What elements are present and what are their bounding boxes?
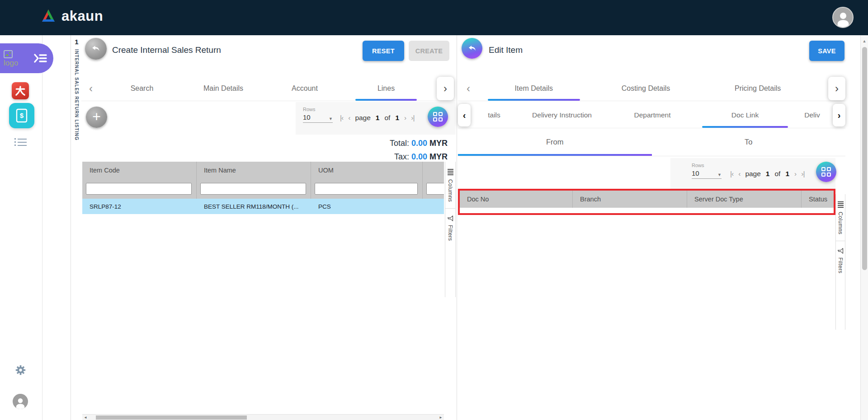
totals-summary: Total: 0.00 MYR Tax: 0.00 MYR bbox=[390, 136, 448, 163]
sidebar-user-avatar[interactable] bbox=[13, 394, 28, 409]
scroll-right-icon[interactable]: ► bbox=[439, 415, 443, 420]
col-status[interactable]: Status bbox=[802, 191, 834, 208]
rows-per-page-select[interactable]: Rows 10 ▼ bbox=[303, 107, 333, 123]
col-branch[interactable]: Branch bbox=[573, 191, 687, 208]
rows-per-page-select[interactable]: Rows 10 ▼ bbox=[692, 163, 722, 179]
col-doc-no[interactable]: Doc No bbox=[460, 191, 573, 208]
left-table-side-tools: Columns Filters bbox=[445, 162, 456, 297]
tabs-scroll-right-icon[interactable]: › bbox=[828, 77, 845, 100]
left-panel-tabs: ‹ Search Main Details Account Lines › bbox=[81, 76, 456, 101]
filters-funnel-icon bbox=[447, 215, 454, 222]
subtab-details-clipped[interactable]: tails bbox=[472, 102, 517, 128]
page-vertical-scrollbar[interactable]: ▲ bbox=[860, 35, 868, 420]
col-item-name[interactable]: Item Name bbox=[197, 162, 311, 179]
scrollbar-thumb[interactable] bbox=[96, 415, 247, 420]
tab-account[interactable]: Account bbox=[264, 76, 345, 101]
tabs-scroll-left-icon[interactable]: ‹ bbox=[84, 76, 98, 101]
menu-collapse-icon[interactable] bbox=[33, 53, 47, 63]
tab-lines[interactable]: Lines bbox=[345, 76, 427, 101]
scroll-up-icon[interactable]: ▲ bbox=[861, 39, 868, 43]
bigledger-app-icon[interactable] bbox=[12, 82, 29, 99]
tab-main-details[interactable]: Main Details bbox=[183, 76, 264, 101]
subtab-department[interactable]: Department bbox=[607, 102, 698, 128]
col-uom[interactable]: UOM bbox=[311, 162, 423, 179]
scroll-left-icon[interactable]: ◄ bbox=[84, 415, 87, 420]
subtab-doc-link[interactable]: Doc Link bbox=[698, 102, 793, 128]
col-item-code[interactable]: Item Code bbox=[82, 162, 197, 179]
filter-input-extra[interactable] bbox=[426, 183, 444, 195]
logo-alt-text: logo bbox=[4, 59, 18, 67]
lines-table-filter-row bbox=[82, 179, 444, 199]
grid-view-toggle-button[interactable] bbox=[816, 162, 836, 182]
back-button[interactable] bbox=[462, 38, 482, 59]
columns-icon bbox=[838, 201, 844, 209]
module-tab-strip[interactable]: 1 INTERNAL SALES RETURN LISTING bbox=[71, 35, 82, 420]
tab-search[interactable]: Search bbox=[101, 76, 183, 101]
filters-tool-button[interactable]: Filters bbox=[836, 241, 845, 280]
tab-item-details[interactable]: Item Details bbox=[478, 76, 590, 101]
finance-doc-app-icon[interactable]: $ bbox=[9, 103, 34, 128]
last-page-icon[interactable]: ›| bbox=[411, 114, 414, 122]
filter-input-item-code[interactable] bbox=[86, 183, 192, 195]
filter-input-uom[interactable] bbox=[315, 183, 418, 195]
grid-view-toggle-button[interactable] bbox=[428, 107, 448, 127]
subtab-delivery-clipped[interactable]: Deliv bbox=[793, 102, 832, 128]
tab-from[interactable]: From bbox=[458, 128, 652, 156]
right-pagination: |‹ ‹ page 1 of 1 › ›| bbox=[730, 170, 804, 178]
settings-gear-icon[interactable] bbox=[14, 364, 27, 376]
module-label: INTERNAL SALES RETURN LISTING bbox=[74, 49, 79, 140]
right-panel-toolbar: Rows 10 ▼ |‹ ‹ page 1 of 1 › ›| bbox=[458, 157, 845, 192]
user-profile-avatar[interactable] bbox=[832, 7, 854, 28]
create-button[interactable]: CREATE bbox=[409, 41, 449, 61]
page-title: Create Internal Sales Return bbox=[112, 45, 221, 55]
edit-item-panel: Edit Item SAVE ‹ Item Details Costing De… bbox=[458, 35, 845, 420]
subtabs-scroll-right-icon[interactable]: › bbox=[833, 104, 845, 126]
tenant-logo-menu[interactable]: logo bbox=[0, 43, 53, 73]
tenant-logo: logo bbox=[4, 50, 18, 67]
doc-link-table-header: Doc No Branch Server Doc Type Status bbox=[460, 191, 834, 208]
filter-input-item-name[interactable] bbox=[200, 183, 306, 195]
prev-page-icon[interactable]: ‹ bbox=[348, 114, 350, 122]
columns-tool-button[interactable]: Columns bbox=[445, 162, 455, 208]
prev-page-icon[interactable]: ‹ bbox=[738, 170, 740, 178]
subtab-delivery-instruction[interactable]: Delivery Instruction bbox=[517, 102, 607, 128]
horizontal-scrollbar[interactable]: ◄ ► bbox=[82, 414, 444, 420]
lines-table-header: Item Code Item Name UOM bbox=[82, 162, 444, 179]
back-button[interactable] bbox=[85, 38, 107, 60]
last-page-icon[interactable]: ›| bbox=[801, 170, 804, 178]
current-page: 1 bbox=[376, 114, 380, 122]
panel-divider bbox=[457, 35, 457, 420]
list-menu-icon[interactable] bbox=[14, 138, 27, 148]
doc-link-table-filter-row bbox=[460, 208, 834, 213]
tabs-scroll-left-icon[interactable]: ‹ bbox=[462, 76, 475, 101]
col-extra[interactable] bbox=[423, 162, 444, 179]
right-panel-header: Edit Item SAVE bbox=[458, 35, 845, 76]
tab-to[interactable]: To bbox=[652, 128, 846, 156]
first-page-icon[interactable]: |‹ bbox=[730, 170, 733, 178]
table-row-selected[interactable]: SRLP87-12 BEST SELLER RM118/MONTH (... P… bbox=[82, 199, 444, 214]
akaun-brand-logo: akaun bbox=[40, 8, 103, 24]
columns-tool-button[interactable]: Columns bbox=[836, 194, 845, 241]
back-arrow-icon bbox=[467, 43, 477, 54]
tabs-scroll-right-icon[interactable]: › bbox=[437, 77, 454, 100]
columns-icon bbox=[448, 168, 453, 176]
total-pages: 1 bbox=[785, 170, 789, 178]
broken-image-icon bbox=[4, 50, 18, 58]
item-details-subtabs: ‹ tails Delivery Instruction Department … bbox=[458, 102, 845, 128]
plus-icon: + bbox=[92, 109, 101, 124]
left-panel-header: Create Internal Sales Return RESET CREAT… bbox=[81, 35, 456, 76]
next-page-icon[interactable]: › bbox=[404, 114, 406, 122]
save-button[interactable]: SAVE bbox=[809, 41, 844, 61]
reset-button[interactable]: RESET bbox=[363, 41, 404, 61]
add-line-button[interactable]: + bbox=[86, 107, 107, 128]
filters-tool-button[interactable]: Filters bbox=[445, 209, 455, 247]
col-server-doc-type[interactable]: Server Doc Type bbox=[687, 191, 802, 208]
akaun-triangle-icon bbox=[40, 9, 57, 24]
next-page-icon[interactable]: › bbox=[794, 170, 796, 178]
scrollbar-thumb[interactable] bbox=[862, 47, 867, 270]
grid-icon bbox=[433, 112, 443, 121]
tab-costing-details[interactable]: Costing Details bbox=[590, 76, 702, 101]
subtabs-scroll-left-icon[interactable]: ‹ bbox=[458, 104, 471, 126]
tab-pricing-details[interactable]: Pricing Details bbox=[702, 76, 814, 101]
first-page-icon[interactable]: |‹ bbox=[340, 114, 343, 122]
